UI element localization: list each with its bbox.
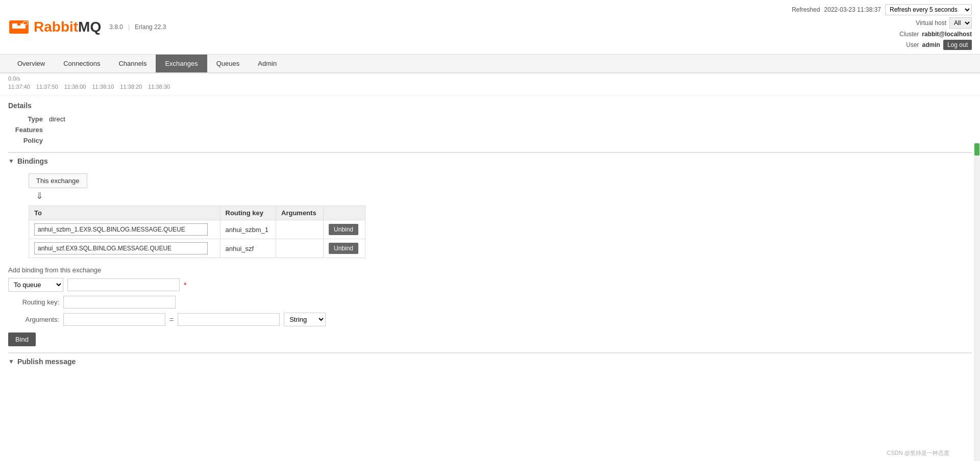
routing-key-input[interactable]: [63, 296, 176, 309]
cluster-label: Cluster: [899, 31, 919, 38]
details-title: Details: [8, 101, 972, 110]
chart-timeline: 11:37:40 11:37:50 11:38:00 11:38:10 11:3…: [8, 83, 972, 91]
nav-queues[interactable]: Queues: [207, 55, 249, 72]
chart-label: 0.0/s: [8, 75, 972, 82]
rabbitmq-logo-icon: [8, 16, 30, 38]
version-separator: |: [128, 23, 130, 31]
version-info: 3.8.0 | Erlang 22.3: [109, 23, 166, 31]
binding-actions-1: Unbind: [323, 239, 365, 258]
this-exchange-box: This exchange: [29, 173, 87, 188]
details-type-row: Type direct: [8, 114, 65, 124]
col-arguments: Arguments: [276, 206, 324, 220]
timeline-5: 11:38:30: [148, 84, 170, 90]
to-type-select[interactable]: To queue To exchange: [8, 278, 63, 292]
bindings-section-header[interactable]: ▼ Bindings: [8, 152, 972, 169]
arguments-value-input[interactable]: [178, 313, 280, 326]
features-label: Features: [8, 124, 49, 135]
binding-to-1: anhui_szf.EX9.SQL.BINLOG.MESSAGE.QUEUE: [29, 239, 220, 258]
binding-routing-key-0: anhui_szbm_1: [220, 220, 276, 239]
version-number: 3.8.0: [109, 23, 123, 31]
nav-exchanges[interactable]: Exchanges: [156, 55, 207, 72]
col-routing-key: Routing key: [220, 206, 276, 220]
svg-rect-3: [16, 25, 21, 29]
unbind-button-1[interactable]: Unbind: [329, 243, 358, 254]
logout-button[interactable]: Log out: [943, 40, 972, 50]
to-type-row: To queue To exchange *: [8, 278, 972, 292]
svg-rect-4: [23, 21, 28, 24]
exchange-box-container: This exchange ⇓: [8, 169, 972, 203]
down-arrow-icon: ⇓: [29, 188, 43, 203]
equals-sign: =: [169, 316, 174, 324]
binding-to-input-1: anhui_szf.EX9.SQL.BINLOG.MESSAGE.QUEUE: [34, 242, 208, 254]
publish-title: Publish message: [17, 357, 76, 366]
binding-to-input-0: anhui_szbm_1.EX9.SQL.BINLOG.MESSAGE.QUEU…: [34, 223, 208, 236]
details-table: Type direct Features Policy: [8, 114, 65, 146]
cluster-row: Cluster rabbit@localhost: [899, 31, 972, 38]
scrollbar[interactable]: [974, 143, 980, 370]
nav-admin[interactable]: Admin: [249, 55, 286, 72]
binding-row-0: anhui_szbm_1.EX9.SQL.BINLOG.MESSAGE.QUEU…: [29, 220, 365, 239]
logo: RabbitMQ: [8, 16, 101, 38]
arguments-row: Arguments: = String Number Boolean: [8, 313, 972, 326]
timeline-1: 11:37:50: [36, 84, 58, 90]
publish-arrow-icon: ▼: [8, 358, 14, 365]
bindings-header-row: To Routing key Arguments: [29, 206, 365, 220]
arguments-label: Arguments:: [8, 316, 59, 323]
arguments-key-input[interactable]: [63, 313, 165, 326]
features-value: [49, 124, 65, 135]
user-row: User admin Log out: [906, 40, 972, 50]
user-label: User: [906, 41, 919, 48]
logo-text: RabbitMQ: [34, 19, 101, 35]
vhost-row: Virtual host All: [916, 17, 972, 29]
user-name: admin: [922, 41, 940, 48]
to-value-input[interactable]: [67, 278, 180, 291]
type-value: direct: [49, 114, 65, 124]
binding-actions-0: Unbind: [323, 220, 365, 239]
vhost-label: Virtual host: [916, 19, 946, 27]
col-to: To: [29, 206, 220, 220]
scrollbar-thumb: [974, 143, 979, 156]
bindings-title: Bindings: [17, 157, 48, 165]
vhost-select[interactable]: All: [949, 17, 972, 29]
timeline-4: 11:38:20: [120, 84, 142, 90]
bindings-table: To Routing key Arguments anhui_szbm_1.EX…: [29, 206, 365, 258]
cluster-value: rabbit@localhost: [922, 31, 972, 38]
header: RabbitMQ 3.8.0 | Erlang 22.3 Refreshed 2…: [0, 0, 980, 55]
timeline-2: 11:38:00: [64, 84, 86, 90]
bindings-table-body: anhui_szbm_1.EX9.SQL.BINLOG.MESSAGE.QUEU…: [29, 220, 365, 258]
binding-routing-key-1: anhui_szf: [220, 239, 276, 258]
routing-key-label: Routing key:: [8, 298, 59, 306]
bindings-table-head: To Routing key Arguments: [29, 206, 365, 220]
required-star: *: [184, 281, 186, 289]
binding-arguments-1: [276, 239, 324, 258]
unbind-button-0[interactable]: Unbind: [329, 224, 358, 235]
refreshed-time: 2022-03-23 11:38:37: [824, 6, 881, 13]
nav-channels[interactable]: Channels: [109, 55, 156, 72]
main-nav: Overview Connections Channels Exchanges …: [0, 55, 980, 73]
nav-overview[interactable]: Overview: [8, 55, 54, 72]
main-content: Details Type direct Features Policy ▼ Bi…: [0, 101, 980, 370]
timeline-3: 11:38:10: [92, 84, 114, 90]
bindings-arrow-icon: ▼: [8, 158, 14, 165]
policy-value: [49, 135, 65, 146]
nav-connections[interactable]: Connections: [54, 55, 109, 72]
timeline-0: 11:37:40: [8, 84, 30, 90]
type-label: Type: [8, 114, 49, 124]
top-right: Refreshed 2022-03-23 11:38:37 Refresh ev…: [792, 4, 972, 50]
binding-arguments-0: [276, 220, 324, 239]
refresh-select[interactable]: Refresh every 5 seconds Refresh every 10…: [885, 4, 972, 15]
details-policy-row: Policy: [8, 135, 65, 146]
details-features-row: Features: [8, 124, 65, 135]
publish-section-header[interactable]: ▼ Publish message: [8, 357, 972, 366]
erlang-version: Erlang 22.3: [135, 23, 166, 31]
binding-to-0: anhui_szbm_1.EX9.SQL.BINLOG.MESSAGE.QUEU…: [29, 220, 220, 239]
publish-section: ▼ Publish message: [8, 352, 972, 370]
col-actions: [323, 206, 365, 220]
add-binding-title: Add binding from this exchange: [8, 266, 972, 274]
refresh-row: Refreshed 2022-03-23 11:38:37 Refresh ev…: [792, 4, 972, 15]
bind-button[interactable]: Bind: [8, 332, 36, 346]
arguments-type-select[interactable]: String Number Boolean: [284, 313, 326, 326]
routing-key-row: Routing key:: [8, 296, 972, 309]
refreshed-label: Refreshed: [792, 6, 820, 13]
policy-label: Policy: [8, 135, 49, 146]
